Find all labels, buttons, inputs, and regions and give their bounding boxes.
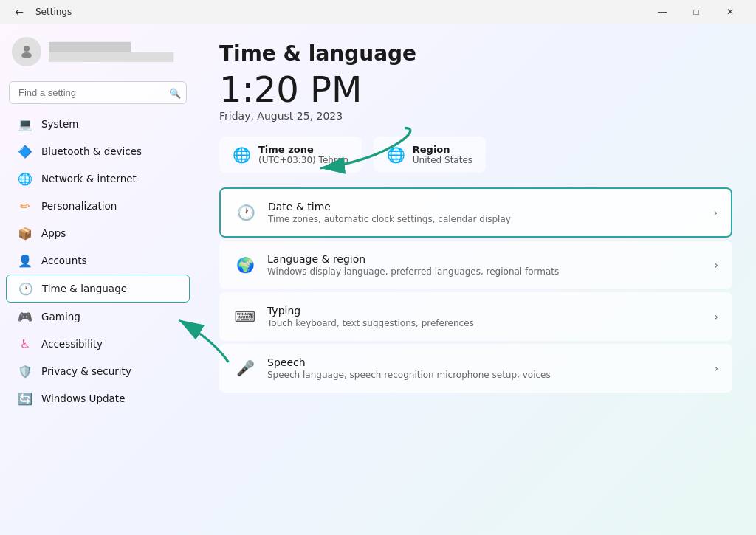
row-title-speech: Speech — [267, 356, 704, 368]
row-icon-speech: 🎤 — [233, 356, 257, 380]
window-controls: — □ ✕ — [645, 0, 747, 24]
nav-icon-time: 🕐 — [18, 281, 33, 296]
region-card[interactable]: 🌐 Region United States — [374, 137, 486, 173]
nav-label-time: Time & language — [42, 283, 127, 294]
nav-label-network: Network & internet — [41, 173, 137, 184]
row-subtitle-speech: Speech language, speech recognition micr… — [267, 370, 704, 380]
sidebar-item-winupdate[interactable]: 🔄 Windows Update — [6, 385, 190, 412]
chevron-icon-language-region: › — [714, 259, 718, 271]
app-title: Settings — [35, 7, 72, 17]
nav-label-bluetooth: Bluetooth & devices — [41, 145, 142, 157]
nav-list: 💻 System 🔷 Bluetooth & devices 🌐 Network… — [0, 110, 196, 413]
nav-icon-privacy: 🛡️ — [18, 364, 32, 379]
sidebar-item-apps[interactable]: 📦 Apps — [6, 220, 190, 246]
minimize-button[interactable]: — — [645, 0, 679, 24]
chevron-icon-typing: › — [714, 311, 718, 322]
user-name: ████████████ — [49, 42, 173, 52]
avatar — [12, 37, 41, 66]
user-profile[interactable]: ████████████ ████████████████████ — [0, 30, 196, 78]
sidebar-item-gaming[interactable]: 🎮 Gaming — [6, 303, 190, 330]
svg-point-0 — [24, 46, 30, 52]
row-title-date-time: Date & time — [268, 201, 703, 213]
close-button[interactable]: ✕ — [713, 0, 747, 24]
nav-label-system: System — [41, 118, 78, 130]
row-subtitle-typing: Touch keyboard, text suggestions, prefer… — [267, 318, 704, 328]
settings-row-typing[interactable]: ⌨️ Typing Touch keyboard, text suggestio… — [219, 292, 732, 341]
nav-icon-winupdate: 🔄 — [18, 391, 32, 406]
row-text-date-time: Date & time Time zones, automatic clock … — [268, 201, 703, 224]
chevron-icon-speech: › — [714, 362, 718, 374]
nav-icon-personalization: ✏️ — [18, 199, 32, 213]
user-info: ████████████ ████████████████████ — [49, 42, 173, 62]
row-icon-typing: ⌨️ — [233, 305, 257, 328]
region-value: United States — [413, 155, 472, 165]
search-icon: 🔍 — [169, 87, 181, 98]
main-content: Time & language 1:20 PM Friday, August 2… — [196, 24, 756, 535]
timezone-card[interactable]: 🌐 Time zone (UTC+03:30) Tehran — [219, 137, 362, 173]
sidebar-item-privacy[interactable]: 🛡️ Privacy & security — [6, 358, 190, 384]
row-text-speech: Speech Speech language, speech recogniti… — [267, 356, 704, 380]
settings-row-date-time[interactable]: 🕐 Date & time Time zones, automatic cloc… — [219, 187, 732, 238]
row-title-typing: Typing — [267, 305, 704, 317]
svg-point-1 — [21, 52, 32, 58]
nav-label-privacy: Privacy & security — [41, 365, 131, 377]
nav-icon-system: 💻 — [18, 117, 32, 131]
nav-label-gaming: Gaming — [41, 311, 80, 322]
nav-icon-apps: 📦 — [18, 226, 32, 241]
sidebar-item-accounts[interactable]: 👤 Accounts — [6, 247, 190, 274]
sidebar-item-system[interactable]: 💻 System — [6, 111, 190, 137]
sidebar: ████████████ ████████████████████ 🔍 💻 Sy… — [0, 24, 196, 535]
nav-label-winupdate: Windows Update — [41, 393, 125, 404]
user-email: ████████████████████ — [49, 52, 173, 62]
search-container: 🔍 — [9, 81, 187, 104]
nav-icon-network: 🌐 — [18, 171, 32, 186]
sidebar-item-accessibility[interactable]: ♿ Accessibility — [6, 331, 190, 357]
row-icon-date-time: 🕐 — [234, 201, 258, 224]
row-icon-language-region: 🌍 — [233, 253, 257, 277]
region-label: Region — [413, 144, 472, 155]
nav-icon-accounts: 👤 — [18, 253, 32, 268]
nav-label-apps: Apps — [41, 227, 66, 239]
back-button[interactable]: ← — [9, 1, 30, 22]
chevron-icon-date-time: › — [713, 207, 718, 218]
info-cards: 🌐 Time zone (UTC+03:30) Tehran 🌐 Region … — [219, 137, 732, 173]
search-input[interactable] — [9, 81, 187, 104]
region-icon: 🌐 — [387, 146, 405, 164]
timezone-icon: 🌐 — [233, 146, 251, 164]
settings-row-language-region[interactable]: 🌍 Language & region Windows display lang… — [219, 241, 732, 289]
row-text-typing: Typing Touch keyboard, text suggestions,… — [267, 305, 704, 328]
nav-label-accounts: Accounts — [41, 255, 87, 266]
sidebar-item-personalization[interactable]: ✏️ Personalization — [6, 193, 190, 219]
nav-icon-gaming: 🎮 — [18, 309, 32, 324]
sidebar-item-bluetooth[interactable]: 🔷 Bluetooth & devices — [6, 138, 190, 165]
settings-row-speech[interactable]: 🎤 Speech Speech language, speech recogni… — [219, 344, 732, 393]
timezone-label: Time zone — [258, 144, 348, 155]
time-display: 1:20 PM — [219, 72, 732, 107]
nav-icon-accessibility: ♿ — [18, 336, 32, 351]
row-subtitle-language-region: Windows display language, preferred lang… — [267, 266, 704, 277]
nav-label-personalization: Personalization — [41, 200, 117, 212]
nav-label-accessibility: Accessibility — [41, 338, 103, 350]
timezone-value: (UTC+03:30) Tehran — [258, 155, 348, 165]
row-title-language-region: Language & region — [267, 253, 704, 265]
row-text-language-region: Language & region Windows display langua… — [267, 253, 704, 277]
row-subtitle-date-time: Time zones, automatic clock settings, ca… — [268, 214, 703, 224]
sidebar-item-time[interactable]: 🕐 Time & language — [6, 275, 190, 303]
page-title: Time & language — [219, 41, 732, 66]
settings-list: 🕐 Date & time Time zones, automatic cloc… — [219, 187, 732, 393]
nav-icon-bluetooth: 🔷 — [18, 144, 32, 159]
sidebar-item-network[interactable]: 🌐 Network & internet — [6, 165, 190, 192]
date-display: Friday, August 25, 2023 — [219, 110, 732, 122]
maximize-button[interactable]: □ — [679, 0, 713, 24]
titlebar: ← Settings — □ ✕ — [0, 0, 756, 24]
